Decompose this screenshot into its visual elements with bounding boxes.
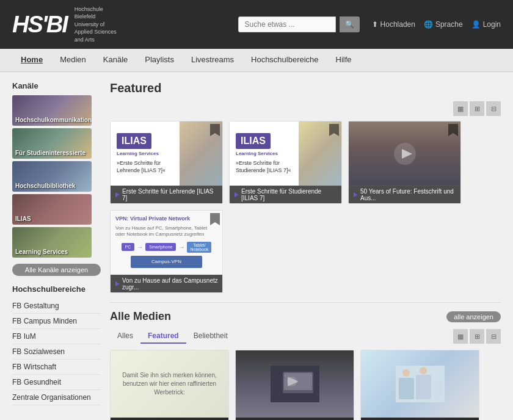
card-thumbnail: VPN: Virtual Private Network Von zu Haus…	[111, 211, 222, 275]
header-actions: ⬆ Hochladen 🌐 Sprache 👤 Login	[372, 20, 501, 29]
svg-rect-9	[416, 375, 431, 399]
alle-anzeigen-button[interactable]: alle anzeigen	[446, 311, 501, 322]
nav-item-kanaele[interactable]: Kanäle	[95, 49, 136, 72]
sidebar-item-fb-gesundheit[interactable]: FB Gesundheit	[12, 375, 101, 390]
filter-tab-beliebtheit[interactable]: Beliebtheit	[186, 329, 235, 344]
channel-label: Hochschulbibliothek	[15, 183, 75, 190]
sidebar-item-fb-sozialwesen[interactable]: FB Sozialwesen	[12, 344, 101, 360]
card-label: Das Skills Lab Pflege	[361, 418, 479, 420]
show-all-channels-button[interactable]: Alle Kanäle anzeigen	[12, 264, 101, 276]
search-button[interactable]: 🔍	[340, 16, 360, 32]
upload-icon: ⬆	[372, 20, 378, 29]
channel-learning-services[interactable]: Learning Services	[12, 227, 92, 258]
media-card-skills-lab[interactable]: Das Skills Lab Pflege	[360, 350, 479, 420]
play-icon	[352, 192, 358, 198]
view-toggle-medien: ▦ ⊞ ⊟	[453, 329, 501, 344]
skills-thumb	[361, 350, 479, 418]
featured-title: Featured	[110, 81, 161, 95]
featured-card-vpn[interactable]: VPN: Virtual Private Network Von zu Haus…	[110, 210, 223, 293]
card-label: Umbenennung: Aus FH Bielefeld wird ...	[236, 418, 354, 420]
channel-label: Für Studieninteressierte	[15, 150, 86, 157]
view-3col-medien-button[interactable]: ⊞	[470, 329, 484, 344]
hochschul-title: Hochschulbereiche	[12, 284, 101, 294]
sidebar-item-fb-ium[interactable]: FB IuM	[12, 329, 101, 344]
ilias-desc: »Erste Schritte für Lehrende [ILIAS 7]«	[117, 160, 166, 174]
play-icon	[233, 192, 239, 198]
card-label: 50 Years of Future: Festschrift und Aus.…	[349, 186, 460, 203]
logo-main: HS'BI	[12, 12, 67, 38]
language-icon: 🌐	[424, 20, 433, 29]
play-icon	[114, 192, 120, 198]
login-icon: 👤	[471, 20, 481, 29]
alle-medien-header: Alle Medien alle anzeigen	[110, 310, 501, 323]
section-divider	[110, 302, 501, 303]
vpn-diagram: PC → Smartphone → Tablet/Notebook	[115, 242, 217, 253]
card-thumbnail: ILIAS Learning Services »Erste Schritte …	[111, 121, 222, 186]
vpn-thumb: VPN: Virtual Private Network Von zu Haus…	[111, 211, 222, 275]
vpn-node-pc: PC	[122, 243, 135, 251]
ilias-brand: ILIAS	[117, 133, 151, 149]
sidebar: Kanäle Hochschulkommunikation Für Studie…	[12, 81, 101, 420]
channel-hochschulkommunikation[interactable]: Hochschulkommunikation	[12, 95, 92, 126]
channel-label: Learning Services	[15, 248, 68, 256]
logo-text: Hochschule Bielefeld University of Appli…	[75, 5, 117, 44]
animiertes-thumb: Damit Sie ihn sich merken können, benutz…	[111, 350, 228, 418]
card-thumbnail: ILIAS Learning Services »Erste Schritte …	[230, 121, 341, 186]
view-2col-medien-button[interactable]: ▦	[453, 329, 468, 344]
view-4col-button[interactable]: ⊟	[486, 101, 501, 116]
featured-card-ilias-studierende[interactable]: ILIAS Learning Services »Erste Schritte …	[229, 121, 342, 204]
vpn-node-smartphone: Smartphone	[145, 243, 176, 251]
search-icon: 🔍	[345, 20, 354, 29]
vpn-title: VPN: Virtual Private Network	[115, 215, 190, 222]
nav-item-hochschulbereiche[interactable]: Hochschulbereiche	[242, 49, 327, 72]
search-input[interactable]	[238, 16, 336, 32]
upload-button[interactable]: ⬆ Hochladen	[372, 20, 415, 29]
sidebar-item-fb-gestaltung[interactable]: FB Gestaltung	[12, 299, 101, 314]
filter-tab-featured[interactable]: Featured	[140, 329, 186, 344]
vpn-node-tablet: Tablet/Notebook	[187, 242, 211, 253]
media-card-animiertes-plakat[interactable]: Damit Sie ihn sich merken können, benutz…	[110, 350, 229, 420]
language-button[interactable]: 🌐 Sprache	[424, 20, 463, 29]
nav-item-playlists[interactable]: Playlists	[136, 49, 183, 72]
view-2col-button[interactable]: ▦	[453, 101, 468, 116]
featured-card-ilias-lehrende[interactable]: ILIAS Learning Services »Erste Schritte …	[110, 121, 223, 204]
main-layout: Kanäle Hochschulkommunikation Für Studie…	[0, 72, 513, 420]
sidebar-item-fb-campus-minden[interactable]: FB Campus Minden	[12, 314, 101, 329]
play-icon	[114, 281, 120, 287]
sidebar-item-zentrale-org[interactable]: Zentrale Organisationen	[12, 390, 101, 405]
svg-rect-10	[434, 381, 443, 399]
alle-medien-title: Alle Medien	[110, 310, 171, 323]
nav-item-livestreams[interactable]: Livestreams	[183, 49, 242, 72]
channel-studieninteressierte[interactable]: Für Studieninteressierte	[12, 128, 92, 159]
view-4col-medien-button[interactable]: ⊟	[486, 329, 501, 344]
card-thumbnail: Damit Sie ihn sich merken können, benutz…	[111, 350, 228, 418]
nav-item-home[interactable]: Home	[12, 49, 51, 72]
sidebar-item-fb-wirtschaft[interactable]: FB Wirtschaft	[12, 360, 101, 375]
nav-item-hilfe[interactable]: Hilfe	[327, 49, 360, 72]
channel-ilias[interactable]: ILIAS	[12, 194, 92, 225]
filter-tabs-row: Alles Featured Beliebtheit ▦ ⊞ ⊟	[110, 329, 501, 344]
header: HS'BI Hochschule Bielefeld University of…	[0, 0, 513, 49]
media-card-umbenennung-fh[interactable]: Umbenennung: Aus FH Bielefeld wird ...	[235, 350, 354, 420]
filter-tab-alles[interactable]: Alles	[110, 329, 140, 344]
ilias-subtitle: Learning Services	[117, 151, 159, 156]
search-area: 🔍	[238, 16, 360, 32]
view-3col-button[interactable]: ⊞	[470, 101, 484, 116]
nav-item-medien[interactable]: Medien	[51, 49, 95, 72]
vpn-arrow: →	[178, 244, 184, 250]
featured-card-50years[interactable]: 50 Years of Future: Festschrift und Aus.…	[348, 121, 461, 204]
featured-header: Featured	[110, 81, 501, 95]
content-area: Featured ▦ ⊞ ⊟ ILIAS Learning Services	[110, 81, 501, 420]
channel-bibliothek[interactable]: Hochschulbibliothek	[12, 161, 92, 192]
view-toggle: ▦ ⊞ ⊟	[453, 101, 501, 116]
media-grid-bottom: Damit Sie ihn sich merken können, benutz…	[110, 350, 501, 420]
vpn-desc: Von zu Hause auf PC, Smartphone, Tablet …	[115, 225, 217, 238]
card-label: Von zu Hause auf das Campusnetz zugr...	[111, 275, 222, 292]
ilias-brand: ILIAS	[236, 133, 271, 149]
logo-area: HS'BI Hochschule Bielefeld University of…	[12, 5, 117, 44]
vpn-title-row: VPN: Virtual Private Network	[115, 215, 217, 222]
umbenennung-thumb	[236, 350, 354, 418]
login-button[interactable]: 👤 Login	[471, 20, 501, 29]
svg-point-12	[420, 367, 427, 374]
video-thumb	[349, 121, 460, 186]
